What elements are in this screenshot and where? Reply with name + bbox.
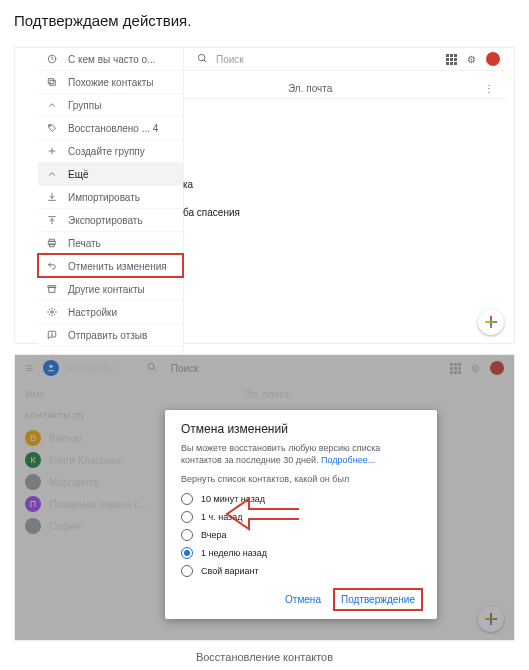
undo-icon — [46, 261, 58, 271]
svg-rect-14 — [49, 287, 55, 292]
top-search-bar: Поиск ⚙ — [183, 48, 506, 71]
sidebar-item-label: Группы — [68, 100, 101, 111]
fab-add-button[interactable] — [478, 309, 504, 335]
sidebar-item-label: Похожие контакты — [68, 77, 153, 88]
sidebar-item-label: Восстановлено ... 4 — [68, 123, 158, 134]
apps-grid-icon[interactable] — [446, 54, 457, 65]
svg-rect-3 — [50, 80, 55, 85]
sidebar: С кем вы часто о...Похожие контактыГрупп… — [38, 48, 184, 369]
cancel-button[interactable]: Отмена — [279, 590, 327, 609]
tag-icon — [46, 123, 58, 133]
undo-changes-dialog: Отмена изменений Вы можете восстановить … — [165, 410, 437, 619]
sidebar-item-label: Печать — [68, 238, 101, 249]
radio-label: Вчера — [201, 530, 226, 540]
dialog-description: Вы можете восстановить любую версию спис… — [181, 442, 421, 466]
sidebar-item[interactable]: С кем вы часто о... — [38, 48, 183, 70]
options-group: 10 минут назад1 ч. назадВчера1 неделю на… — [181, 490, 421, 580]
sidebar-item[interactable]: Печать — [38, 231, 183, 254]
radio-option[interactable]: 1 неделю назад — [181, 544, 421, 562]
search-icon — [197, 53, 208, 66]
sidebar-item[interactable]: Ещё — [38, 162, 183, 185]
sidebar-item[interactable]: Настройки — [38, 300, 183, 323]
text-fragment: ба спасения — [183, 204, 240, 222]
sidebar-item[interactable]: Создайте группу — [38, 139, 183, 162]
radio-option[interactable]: Вчера — [181, 526, 421, 544]
radio-label: 1 неделю назад — [201, 548, 267, 558]
download-icon — [46, 192, 58, 202]
sidebar-item[interactable]: Группы — [38, 93, 183, 116]
radio-option[interactable]: Свой вариант — [181, 562, 421, 580]
plus-icon — [485, 316, 497, 328]
svg-point-15 — [51, 311, 54, 314]
radio-icon — [181, 565, 193, 577]
sidebar-item[interactable]: Импортировать — [38, 185, 183, 208]
sidebar-item-label: Отправить отзыв — [68, 330, 147, 341]
learn-more-link[interactable]: Подробнее... — [321, 455, 375, 465]
more-icon[interactable]: ⋮ — [484, 83, 494, 94]
radio-option[interactable]: 10 минут назад — [181, 490, 421, 508]
options-label: Вернуть список контактов, какой он был — [181, 474, 421, 484]
sidebar-item[interactable]: Восстановлено ... 4 — [38, 116, 183, 139]
svg-rect-4 — [49, 79, 54, 84]
sidebar-item-label: Отменить изменения — [68, 261, 167, 272]
text-fragment: ка — [183, 176, 240, 194]
sidebar-item[interactable]: Экспортировать — [38, 208, 183, 231]
gear-icon — [46, 307, 58, 317]
sidebar-item[interactable]: Другие контакты — [38, 277, 183, 300]
column-header-row: Эл. почта ⋮ — [183, 78, 506, 99]
radio-label: 10 минут назад — [201, 494, 265, 504]
screenshot-modal: ≡ Контакты Поиск ⚙ Имя Эл. почта КОНТАКТ… — [14, 354, 515, 641]
column-header-email: Эл. почта — [288, 83, 332, 94]
radio-label: Свой вариант — [201, 566, 259, 576]
figure-caption: Восстановление контактов — [0, 651, 529, 663]
plus-icon — [46, 146, 58, 156]
chevron-up-icon — [46, 169, 58, 179]
dialog-title: Отмена изменений — [181, 422, 421, 436]
sidebar-item[interactable]: Похожие контакты — [38, 70, 183, 93]
sidebar-item-label: Экспортировать — [68, 215, 143, 226]
radio-icon — [181, 493, 193, 505]
radio-icon — [181, 529, 193, 541]
archive-icon — [46, 284, 58, 294]
sidebar-item[interactable]: Отправить отзыв — [38, 323, 183, 346]
sidebar-item-label: Ещё — [68, 169, 88, 180]
svg-point-0 — [198, 54, 204, 60]
radio-label: 1 ч. назад — [201, 512, 242, 522]
print-icon — [46, 238, 58, 248]
radio-icon — [181, 511, 193, 523]
sidebar-item[interactable]: Отменить изменения — [38, 254, 183, 277]
chevron-up-icon — [46, 100, 58, 110]
radio-option[interactable]: 1 ч. назад — [181, 508, 421, 526]
content-fragment: ка ба спасения — [183, 176, 240, 222]
page-heading: Подтверждаем действия. — [0, 0, 529, 47]
confirm-button[interactable]: Подтверждение — [335, 590, 421, 609]
account-avatar[interactable] — [486, 52, 500, 66]
screenshot-sidebar: Поиск ⚙ Эл. почта ⋮ С кем вы часто о...П… — [14, 47, 515, 344]
sidebar-item-label: Настройки — [68, 307, 117, 318]
sidebar-item-label: Другие контакты — [68, 284, 145, 295]
dialog-actions: Отмена Подтверждение — [181, 590, 421, 609]
sidebar-item-label: Импортировать — [68, 192, 140, 203]
svg-point-5 — [50, 126, 51, 127]
sidebar-item-label: Создайте группу — [68, 146, 145, 157]
gear-icon[interactable]: ⚙ — [467, 54, 476, 65]
duplicate-icon — [46, 77, 58, 87]
clock-icon — [46, 54, 58, 64]
sidebar-item-label: С кем вы часто о... — [68, 54, 155, 65]
feedback-icon — [46, 330, 58, 340]
svg-line-1 — [204, 59, 206, 61]
upload-icon — [46, 215, 58, 225]
radio-icon — [181, 547, 193, 559]
